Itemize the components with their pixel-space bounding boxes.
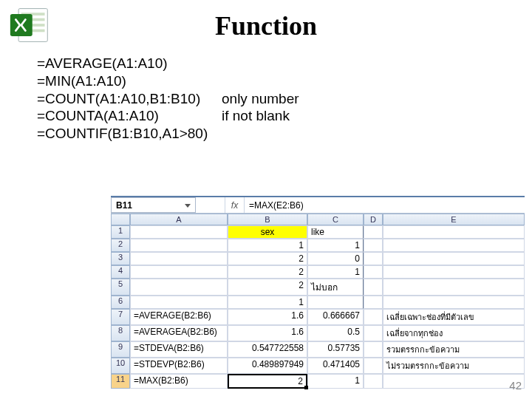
- cell[interactable]: 0.547722558: [228, 341, 307, 358]
- cell[interactable]: [383, 279, 525, 296]
- cell[interactable]: 1: [228, 239, 307, 252]
- cell[interactable]: [364, 358, 383, 374]
- row-header[interactable]: 6: [111, 296, 130, 309]
- formula-text: =COUNTIF(B1:B10,A1>80): [37, 125, 222, 143]
- cell[interactable]: =AVERAGEA(B2:B6): [130, 325, 228, 341]
- slide-number: 42: [509, 379, 522, 392]
- cell[interactable]: =AVERAGE(B2:B6): [130, 309, 228, 325]
- cell[interactable]: [364, 341, 383, 358]
- cell[interactable]: [130, 279, 228, 296]
- cell[interactable]: เฉลี่ยจากทุกช่อง: [383, 325, 525, 341]
- formula-text: =COUNTA(A1:A10): [37, 107, 222, 125]
- cell[interactable]: 1.6: [228, 309, 307, 325]
- cell[interactable]: like: [307, 225, 364, 239]
- cell[interactable]: [130, 296, 228, 309]
- row-header[interactable]: 3: [111, 252, 130, 265]
- cell[interactable]: [383, 265, 525, 279]
- formula-note: only number: [222, 90, 299, 108]
- cell[interactable]: 2: [228, 252, 307, 265]
- formula-text: =AVERAGE(A1:A10): [37, 55, 222, 72]
- formula-text: =MIN(A1:A10): [37, 72, 222, 90]
- col-header[interactable]: C: [307, 214, 364, 225]
- cell[interactable]: [364, 225, 383, 239]
- spreadsheet: B11 fx =MAX(E2:B6) A B C D E 1 sex like …: [111, 196, 525, 389]
- row-header[interactable]: 1: [111, 225, 130, 239]
- col-header[interactable]: D: [364, 214, 383, 225]
- cell[interactable]: 1: [307, 239, 364, 252]
- cell[interactable]: [364, 279, 383, 296]
- cell[interactable]: [364, 374, 383, 389]
- row-header[interactable]: 5: [111, 279, 130, 296]
- fx-icon[interactable]: fx: [225, 197, 245, 213]
- cell[interactable]: =MAX(B2:B6): [130, 374, 228, 389]
- cell[interactable]: =STDEVA(B2:B6): [130, 341, 228, 358]
- cell[interactable]: เฉลี่ยเฉพาะช่องที่มีตัวเลข: [383, 309, 525, 325]
- cell[interactable]: 2: [228, 265, 307, 279]
- slide-title: Function: [0, 10, 532, 41]
- col-header[interactable]: A: [130, 214, 228, 225]
- cell[interactable]: [364, 265, 383, 279]
- formula-note: if not blank: [222, 107, 290, 125]
- cell[interactable]: [383, 225, 525, 239]
- formula-bar[interactable]: =MAX(E2:B6): [245, 197, 525, 213]
- cell[interactable]: [364, 239, 383, 252]
- row-header[interactable]: 2: [111, 239, 130, 252]
- cell[interactable]: 0.489897949: [228, 358, 307, 374]
- cell[interactable]: =STDEVP(B2:B6): [130, 358, 228, 374]
- cell[interactable]: 1: [307, 265, 364, 279]
- cell[interactable]: 0.5: [307, 325, 364, 341]
- cell[interactable]: ไม่รวมตรรกกะข้อความ: [383, 358, 525, 374]
- cell[interactable]: [364, 252, 383, 265]
- col-header[interactable]: B: [228, 214, 307, 225]
- excel-icon: [9, 4, 50, 46]
- cell[interactable]: 2: [228, 279, 307, 296]
- cell[interactable]: 0.57735: [307, 341, 364, 358]
- grid[interactable]: A B C D E 1 sex like 2 1 1 3 2 0 4 2 1 5…: [111, 214, 525, 389]
- cell[interactable]: [383, 296, 525, 309]
- cell[interactable]: [130, 252, 228, 265]
- cell[interactable]: 0.666667: [307, 309, 364, 325]
- active-cell[interactable]: 2: [228, 374, 307, 389]
- row-header[interactable]: 10: [111, 358, 130, 374]
- corner-header[interactable]: [111, 214, 130, 225]
- cell[interactable]: [364, 325, 383, 341]
- cell[interactable]: [130, 239, 228, 252]
- cell[interactable]: 1: [228, 296, 307, 309]
- cell[interactable]: [130, 265, 228, 279]
- cell[interactable]: 1.6: [228, 325, 307, 341]
- cell[interactable]: [383, 374, 525, 389]
- cell[interactable]: รวมตรรกกะข้อความ: [383, 341, 525, 358]
- cell[interactable]: ไม่บอก: [307, 279, 364, 296]
- formula-examples: =AVERAGE(A1:A10) =MIN(A1:A10) =COUNT(A1:…: [37, 55, 532, 143]
- cell[interactable]: 0: [307, 252, 364, 265]
- row-header[interactable]: 8: [111, 325, 130, 341]
- row-header[interactable]: 4: [111, 265, 130, 279]
- cell[interactable]: [383, 252, 525, 265]
- cell[interactable]: 0.471405: [307, 358, 364, 374]
- cell[interactable]: [130, 225, 228, 239]
- cell[interactable]: 1: [307, 374, 364, 389]
- col-header[interactable]: E: [383, 214, 525, 225]
- cell[interactable]: [364, 309, 383, 325]
- name-box[interactable]: B11: [111, 197, 196, 213]
- row-header[interactable]: 11: [111, 374, 130, 389]
- formula-text: =COUNT(A1:A10,B1:B10): [37, 90, 222, 108]
- cell[interactable]: sex: [228, 225, 307, 239]
- fx-spacer: [196, 197, 225, 213]
- row-header[interactable]: 9: [111, 341, 130, 358]
- row-header[interactable]: 7: [111, 309, 130, 325]
- cell[interactable]: [383, 239, 525, 252]
- cell[interactable]: [307, 296, 364, 309]
- cell[interactable]: [364, 296, 383, 309]
